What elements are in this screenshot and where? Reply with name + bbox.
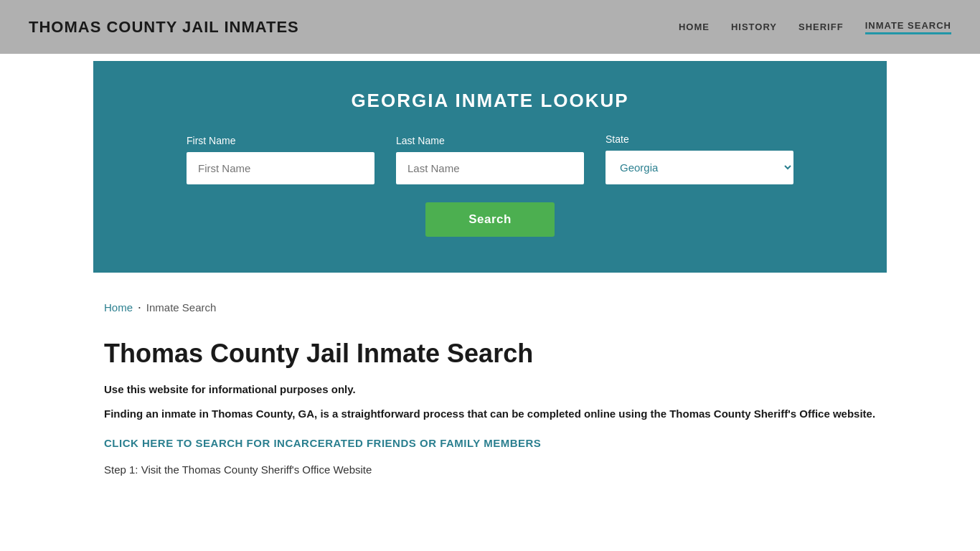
search-form-row: First Name Last Name State Georgia — [187, 133, 793, 184]
first-name-group: First Name — [187, 135, 374, 184]
click-here-link[interactable]: CLICK HERE to Search for Incarcerated Fr… — [104, 437, 876, 449]
site-header: THOMAS COUNTY JAIL INMATES HOME HISTORY … — [0, 0, 980, 54]
breadcrumb-separator: • — [138, 304, 141, 311]
breadcrumb-home[interactable]: Home — [104, 301, 133, 314]
page-title: Thomas County Jail Inmate Search — [104, 339, 876, 369]
last-name-group: Last Name — [396, 135, 584, 184]
nav-sheriff[interactable]: SHERIFF — [798, 22, 844, 32]
last-name-label: Last Name — [396, 135, 584, 146]
info-line2: Finding an inmate in Thomas County, GA, … — [104, 406, 876, 423]
search-button[interactable]: Search — [425, 202, 555, 237]
search-section: GEORGIA INMATE LOOKUP First Name Last Na… — [93, 61, 887, 273]
last-name-input[interactable] — [396, 152, 584, 184]
state-group: State Georgia — [606, 133, 793, 184]
search-section-title: GEORGIA INMATE LOOKUP — [187, 90, 793, 112]
step-text: Step 1: Visit the Thomas County Sheriff'… — [104, 463, 876, 476]
nav-home[interactable]: HOME — [679, 22, 710, 32]
state-select[interactable]: Georgia — [606, 151, 793, 184]
site-title: THOMAS COUNTY JAIL INMATES — [29, 18, 299, 37]
main-nav: HOME HISTORY SHERIFF INMATE SEARCH — [679, 20, 951, 34]
state-label: State — [606, 133, 793, 145]
breadcrumb-current: Inmate Search — [146, 301, 217, 314]
first-name-input[interactable] — [187, 152, 374, 184]
info-line1: Use this website for informational purpo… — [104, 383, 876, 395]
nav-inmate-search[interactable]: INMATE SEARCH — [865, 20, 951, 34]
nav-history[interactable]: HISTORY — [731, 22, 777, 32]
breadcrumb: Home • Inmate Search — [104, 301, 876, 314]
first-name-label: First Name — [187, 135, 374, 146]
main-content: Home • Inmate Search Thomas County Jail … — [0, 273, 980, 504]
search-btn-row: Search — [187, 202, 793, 237]
